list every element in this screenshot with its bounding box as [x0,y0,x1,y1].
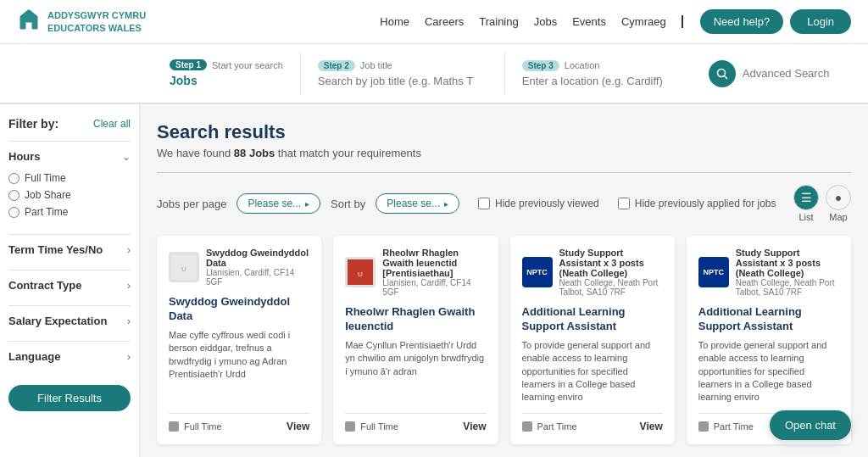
sort-by-dropdown[interactable]: Please se... ▸ [376,193,459,214]
job-card-4-desc: To provide general support and enable ac… [698,339,839,404]
step3-badge: Step 3 [522,60,559,71]
type-square-4 [698,421,709,432]
job-card-1-view[interactable]: View [287,421,309,432]
job-card-2-logo: U [345,257,376,287]
open-chat-button[interactable]: Open chat [770,410,851,440]
filter-section-termtime: Term Time Yes/No › [8,234,131,261]
search-bar: Step 1 Start your search Jobs Step 2 Job… [0,44,868,104]
job-card-3-desc: To provide general support and enable ac… [522,339,663,404]
nav-training[interactable]: Training [479,15,518,28]
job-card-2-title: Rheolwr Rhaglen Gwaith Ieuenctid [345,305,486,334]
job-card-1-header: U Swyddog Gweindyddol Data Llanisien, Ca… [169,248,309,287]
nav-events[interactable]: Events [572,15,606,28]
svg-point-0 [717,69,725,76]
job-card-3-org: Study Support Assistant x 3 posts (Neath… [559,248,663,278]
jobs-per-page-arrow: ▸ [305,199,309,209]
job-card-1-type-label: Full Time [184,421,222,432]
step1-caption: Start your search [212,60,283,70]
job-title-input[interactable] [318,75,487,87]
step1-value: Jobs [170,74,283,87]
filter-section-salary: Salary Expectation › [8,305,131,332]
termtime-section-header[interactable]: Term Time Yes/No › [8,235,131,261]
filter-section-language: Language › [8,341,131,368]
jobshare-radio[interactable] [8,190,19,201]
parttime-radio[interactable] [8,207,19,218]
logo-text: ADDYSGWYR CYMRU EDUCATORS WALES [47,9,146,34]
job-card-1: U Swyddog Gweindyddol Data Llanisien, Ca… [157,236,321,444]
job-card-4-location: Neath College, Neath Port Talbot, SA10 7… [736,278,839,297]
sort-by-label: Sort by [331,198,365,210]
fulltime-radio[interactable] [8,173,19,184]
contract-section-header[interactable]: Contract Type › [8,270,131,297]
job-card-1-title: Swyddog Gweindyddol Data [169,295,309,324]
search-button[interactable] [709,60,736,87]
job-card-3-header: NPTC Study Support Assistant x 3 posts (… [522,248,663,297]
filter-option-fulltime[interactable]: Full Time [8,170,131,187]
nav-home[interactable]: Home [380,15,409,28]
hours-section-header[interactable]: Hours ⌄ [8,142,131,168]
salary-chevron: › [127,315,131,327]
job-card-2-view[interactable]: View [463,421,486,432]
main-content: Search results We have found 88 Jobs tha… [140,104,868,457]
salary-title: Salary Expectation [8,315,107,327]
salary-section-header[interactable]: Salary Expectation › [8,306,131,332]
view-buttons: ☰ List ● Map [793,185,851,222]
job-card-1-org: Swyddog Gweindyddol Data [206,248,309,268]
job-card-4-header: NPTC Study Support Assistant x 3 posts (… [698,248,839,297]
clear-all-link[interactable]: Clear all [93,118,131,130]
job-card-3-logo: NPTC [522,257,553,287]
list-view-button[interactable]: ☰ List [793,185,819,222]
login-button[interactable]: Login [790,9,851,34]
filter-section-hours: Hours ⌄ Full Time Job Share Part Time [8,141,131,226]
hide-applied-label: Hide previously applied for jobs [635,198,776,209]
hide-viewed-checkbox[interactable] [478,198,490,209]
job-card-3-type-label: Part Time [537,421,577,432]
page-layout: Filter by: Clear all Hours ⌄ Full Time J… [0,104,868,457]
job-card-4-logo: NPTC [698,257,729,287]
step3-block[interactable]: Step 3 Location [505,53,709,94]
step2-block[interactable]: Step 2 Job title [301,53,505,94]
sort-by-arrow: ▸ [444,199,448,209]
filter-title: Filter by: [8,117,58,131]
nav-careers[interactable]: Careers [425,15,464,28]
step2-badge: Step 2 [318,60,355,71]
job-card-3-title: Additional Learning Support Assistant [522,305,663,334]
filter-option-parttime[interactable]: Part Time [8,203,131,220]
results-count: 88 Jobs [234,147,275,159]
jobshare-label: Job Share [25,189,71,201]
language-chevron: › [127,351,131,363]
map-view-button[interactable]: ● Map [826,185,851,222]
job-card-2-org: Rheolwr Rhaglen Gwaith Ieuenctid [Prenti… [382,248,486,278]
job-card-2-header: U Rheolwr Rhaglen Gwaith Ieuenctid [Pren… [345,248,486,297]
job-card-1-location: Llanisien, Cardiff, CF14 5GF [206,268,309,287]
job-card-3-footer: Part Time View [522,413,663,432]
location-input[interactable] [522,75,692,87]
results-title: Search results [157,121,851,143]
filter-results-button[interactable]: Filter Results [8,385,131,411]
sidebar: Filter by: Clear all Hours ⌄ Full Time J… [0,104,140,457]
job-card-1-type: Full Time [169,421,222,432]
job-card-4-type: Part Time [698,421,754,432]
jobs-per-page-dropdown[interactable]: Please se... ▸ [236,193,320,214]
job-card-1-logo: U [169,252,199,282]
contract-title: Contract Type [8,279,81,292]
job-card-2-type: Full Time [345,421,398,432]
need-help-button[interactable]: Need help? [700,9,784,34]
type-square-3 [522,421,532,432]
list-label: List [798,212,813,222]
job-card-2-footer: Full Time View [345,413,486,432]
hide-viewed-toggle[interactable]: Hide previously viewed [478,198,599,209]
hide-applied-checkbox[interactable] [618,198,630,209]
filter-option-jobshare[interactable]: Job Share [8,187,131,203]
nav-jobs[interactable]: Jobs [534,15,557,28]
nav-links: Home Careers Training Jobs Events Cymrae… [380,15,682,28]
list-icon: ☰ [793,185,819,210]
hide-applied-toggle[interactable]: Hide previously applied for jobs [618,198,776,209]
nav-cymraeg[interactable]: Cymraeg [621,15,683,28]
step1-block: Step 1 Start your search Jobs [153,53,301,94]
job-card-3-view[interactable]: View [640,421,663,432]
language-section-header[interactable]: Language › [8,342,131,368]
hide-viewed-label: Hide previously viewed [495,198,599,209]
job-card-2: U Rheolwr Rhaglen Gwaith Ieuenctid [Pren… [333,236,498,444]
sort-by-value: Please se... [387,198,440,209]
